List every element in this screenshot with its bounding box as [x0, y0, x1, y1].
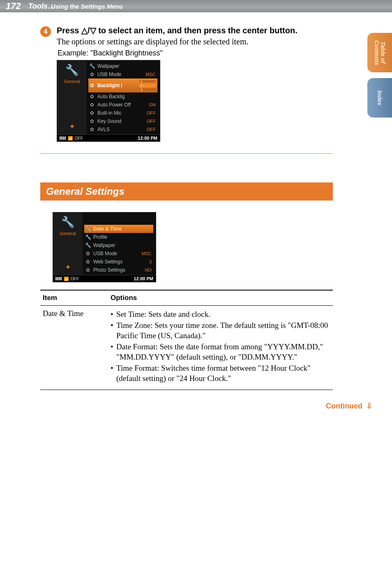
gear-icon: ✿ [89, 102, 95, 108]
gear-icon: ✦ [69, 122, 75, 131]
menu-row-date-time-selected: 🔧 Date & Time [84, 225, 153, 233]
gear-icon: ✿ [89, 83, 95, 88]
table-row: Date & Time Set Time: Sets date and cloc… [40, 306, 333, 390]
wrench-icon: 🔧 [61, 216, 74, 228]
menu-row-wallpaper: 🔧 Wallpaper [88, 62, 157, 70]
menu-row-usb-mode: ✿ USB Mode MSC [88, 70, 157, 78]
tab-index[interactable]: Index [367, 78, 392, 118]
menu-row-wallpaper: 🔧 Wallpaper [84, 241, 153, 249]
table-header-item: Item [40, 290, 108, 306]
menu-row-auto-power-off: ✿ Auto Power Off ON [88, 101, 157, 109]
menu-row-usb-mode: ✿ USB Mode MSC [84, 249, 153, 258]
menu-row-key-sound: ✿ Key Sound OFF [88, 117, 157, 125]
gear-icon: ✿ [89, 127, 95, 132]
wrench-icon: 🔧 [85, 242, 91, 248]
wrench-icon: 🔧 [85, 226, 91, 232]
sidebar-label: General [60, 231, 76, 236]
step-heading: Press △/▽ to select an item, and then pr… [57, 25, 343, 35]
menu-row-auto-backlight: ✿ Auto Backlig [88, 92, 157, 101]
menu-row-web-settings: ✿ Web Settings 3 [84, 258, 153, 266]
menu-row-avls: ✿ AVLS OFF [88, 125, 157, 134]
side-tabs: Table of Contents Index [367, 33, 392, 118]
sidebar-label: General [64, 79, 80, 84]
menu-row-photo-settings: ✿ Photo Settings NO [84, 266, 153, 274]
brightness-notch-2: 2 [139, 83, 156, 88]
menu-list-1: 🔧 Wallpaper ✿ USB Mode MSC ✿ Backlight I [87, 60, 160, 134]
divider [40, 153, 332, 154]
section-heading-general-settings: General Settings [40, 182, 333, 201]
page-header: 172 Tools… Using the Settings Menu [0, 0, 392, 12]
step-number-badge: 4 [40, 26, 51, 37]
gear-icon: ✿ [85, 267, 91, 273]
step-body: The options or settings are displayed fo… [57, 37, 343, 46]
gear-icon: ✦ [65, 263, 71, 272]
menu-row-builtin-mic: ✿ Built-in Mic OFF [88, 109, 157, 117]
down-arrow-icon: ⇩ [366, 402, 372, 410]
brightness-notch-1: 1 [139, 80, 156, 83]
bullet-set-time: Set Time: Sets date and clock. [111, 309, 330, 319]
bullet-date-format: Date Format: Sets the date format from a… [111, 341, 330, 362]
status-clock: 12:00 PM [134, 276, 153, 281]
header-subtitle: Using the Settings Menu [51, 3, 123, 10]
wrench-icon: 🔧 [85, 234, 91, 240]
gear-icon: ✿ [85, 259, 91, 265]
device-screenshot-2: 🔧 General ✦ 🔧 Date & Time 🔧 Profile [53, 212, 156, 282]
table-header-options: Options [108, 290, 333, 306]
gear-icon: ✿ [85, 251, 91, 256]
gear-icon: ✿ [89, 110, 95, 116]
example-label: Example: "Backlight Brightness" [58, 49, 343, 58]
battery-icon: 📶 OFF [55, 277, 79, 281]
page-number: 172 [6, 1, 21, 12]
gear-icon: ✿ [89, 94, 95, 99]
menu-list-2: 🔧 Date & Time 🔧 Profile 🔧 Wallpaper ✿ US… [83, 212, 156, 275]
bullet-time-zone: Time Zone: Sets your time zone. The defa… [111, 320, 330, 341]
status-clock: 12:00 PM [138, 136, 157, 141]
bullet-time-format: Time Format: Switches time format betwee… [111, 363, 330, 383]
wrench-icon: 🔧 [65, 64, 78, 76]
brightness-notch-3: 3 [139, 88, 156, 91]
gear-icon: ✿ [89, 118, 95, 124]
menu-row-profile: 🔧 Profile [84, 233, 153, 241]
table-cell-options: Set Time: Sets date and clock. Time Zone… [108, 306, 333, 390]
device-screenshot-1: 🔧 General ✦ 🔧 Wallpaper ✿ USB Mode [57, 60, 160, 142]
continued-indicator: Continued ⇩ [40, 401, 372, 411]
step-4: 4 Press △/▽ to select an item, and then … [40, 25, 343, 142]
options-table: Item Options Date & Time Set Time: Sets … [40, 290, 333, 390]
menu-row-backlight-selected: ✿ Backlight I 1 2 3 [88, 78, 157, 92]
table-cell-item: Date & Time [40, 306, 108, 390]
gear-icon: ✿ [89, 72, 95, 77]
tab-table-of-contents[interactable]: Table of Contents [367, 33, 392, 72]
battery-icon: 📶 OFF [60, 136, 83, 141]
wrench-icon: 🔧 [89, 63, 95, 69]
